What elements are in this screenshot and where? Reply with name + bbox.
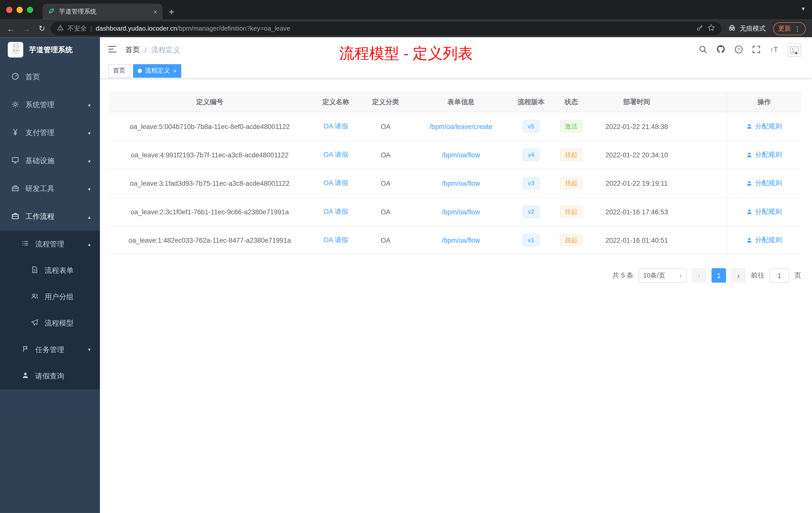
search-icon[interactable] bbox=[698, 45, 707, 56]
back-icon[interactable]: ← bbox=[4, 24, 18, 33]
assign-rule-link[interactable]: 分配规则 bbox=[746, 150, 782, 159]
version-tag: v4 bbox=[522, 149, 539, 161]
sidebar-item-infrastructure[interactable]: 基础设施 ▾ bbox=[0, 147, 100, 175]
browser-tab[interactable]: 芋道管理系统 × bbox=[42, 3, 163, 20]
assign-rule-link[interactable]: 分配规则 bbox=[746, 235, 782, 245]
assign-rule-label: 分配规则 bbox=[755, 122, 782, 131]
annotation-title: 流程模型 - 定义列表 bbox=[339, 43, 473, 64]
page-size-value: 10条/页 bbox=[643, 271, 665, 280]
sidebar-item-user-groups[interactable]: 用户分组 bbox=[0, 283, 100, 310]
definition-name-link[interactable]: OA 请假 bbox=[323, 150, 348, 159]
next-page-button[interactable]: › bbox=[731, 268, 746, 282]
url-separator: | bbox=[90, 25, 92, 32]
caret-down-icon: ▾ bbox=[795, 50, 798, 56]
definition-name-link[interactable]: OA 请假 bbox=[323, 235, 348, 245]
main-content: 首页 / 流程定义 ? TT ▾ 首页 bbox=[100, 37, 812, 513]
prev-page-button[interactable]: ‹ bbox=[692, 268, 706, 282]
font-size-icon[interactable]: TT bbox=[770, 45, 779, 55]
sidebar-item-process-forms[interactable]: 流程表单 bbox=[0, 257, 100, 283]
sidebar-item-leave-query[interactable]: 请假查询 bbox=[0, 363, 100, 389]
cell-definition-name: OA 请假 bbox=[311, 198, 361, 225]
goto-page-input[interactable] bbox=[770, 268, 789, 282]
sidebar-item-home[interactable]: 首页 bbox=[0, 63, 100, 91]
tag-process-definition[interactable]: 流程定义 × bbox=[133, 64, 181, 78]
tab-close-icon[interactable]: × bbox=[153, 8, 157, 15]
cell-actions: 分配规则 bbox=[727, 226, 801, 254]
assign-rule-label: 分配规则 bbox=[755, 207, 782, 216]
status-badge: 挂起 bbox=[560, 234, 583, 246]
sidebar-item-payment[interactable]: 支付管理 ▾ bbox=[0, 119, 100, 147]
zoom-window-button[interactable] bbox=[27, 7, 33, 13]
sidebar-item-process-models[interactable]: 流程模型 bbox=[0, 310, 100, 336]
logo-avatar bbox=[8, 42, 23, 59]
sidebar-item-task-management[interactable]: 任务管理 ▾ bbox=[0, 337, 100, 363]
pagination: 共 5 条 10条/页 ▾ ‹ 1 › 前往 页 bbox=[109, 268, 801, 282]
fullscreen-icon[interactable] bbox=[752, 45, 761, 56]
cell-version: v5 bbox=[512, 113, 551, 140]
bookmark-star-icon[interactable] bbox=[707, 24, 715, 33]
breadcrumb-home[interactable]: 首页 bbox=[125, 46, 140, 55]
password-key-icon[interactable] bbox=[696, 24, 703, 33]
version-tag: v1 bbox=[522, 234, 539, 246]
col-process-version: 流程版本 bbox=[512, 92, 551, 112]
sidebar-item-label: 支付管理 bbox=[25, 128, 55, 138]
tab-search-icon[interactable]: ▾ bbox=[802, 5, 805, 12]
chevron-down-icon: ▾ bbox=[88, 158, 91, 164]
status-badge: 激活 bbox=[560, 120, 583, 133]
tag-home[interactable]: 首页 bbox=[108, 64, 130, 78]
incognito-label: 无痕模式 bbox=[740, 24, 765, 33]
user-menu[interactable]: ▾ bbox=[788, 43, 798, 57]
page-number-button[interactable]: 1 bbox=[712, 268, 726, 282]
sidebar-item-devtools[interactable]: 研发工具 ▾ bbox=[0, 175, 100, 203]
definition-name-link[interactable]: OA 请假 bbox=[323, 207, 348, 216]
form-link[interactable]: /bpm/oa/flow bbox=[442, 179, 480, 187]
definition-name-link[interactable]: OA 请假 bbox=[323, 122, 348, 131]
sidebar-item-label: 流程管理 bbox=[35, 239, 64, 249]
sidebar-item-label: 用户分组 bbox=[45, 292, 74, 301]
form-link[interactable]: /bpm/oa/flow bbox=[442, 208, 480, 216]
table-row: oa_leave:5:004b710b-7b8a-11ec-8ef0-acde4… bbox=[109, 113, 801, 141]
browser-toolbar: ← → ↻ 不安全 | dashboard.yudao.iocoder.cn/b… bbox=[0, 20, 812, 37]
sidebar-logo[interactable]: 芋道管理系统 bbox=[0, 37, 100, 63]
avatar bbox=[788, 43, 801, 57]
update-label: 更新 bbox=[778, 24, 791, 33]
tag-close-icon[interactable]: × bbox=[173, 67, 176, 74]
col-definition-id: 定义编号 bbox=[109, 92, 311, 112]
url-domain: dashboard.yudao.iocoder.cn bbox=[96, 25, 177, 32]
assign-rule-link[interactable]: 分配规则 bbox=[746, 122, 782, 131]
sidebar-item-label: 基础设施 bbox=[25, 156, 55, 165]
page-size-select[interactable]: 10条/页 ▾ bbox=[638, 268, 687, 282]
svg-text:?: ? bbox=[737, 47, 740, 52]
chevron-up-icon: ▴ bbox=[88, 214, 91, 220]
minimize-window-button[interactable] bbox=[17, 7, 23, 13]
version-tag: v5 bbox=[522, 120, 539, 133]
version-tag: v3 bbox=[522, 177, 539, 189]
address-bar[interactable]: 不安全 | dashboard.yudao.iocoder.cn/bpm/man… bbox=[51, 22, 721, 35]
cell-definition-id: oa_leave:3:1fad3d93-7b75-11ec-a3c8-acde4… bbox=[109, 169, 311, 197]
form-link[interactable]: /bpm/oa/leave/create bbox=[429, 122, 492, 130]
help-icon[interactable]: ? bbox=[734, 45, 743, 56]
reload-icon[interactable]: ↻ bbox=[35, 24, 49, 33]
sidebar-item-workflow[interactable]: 工作流程 ▴ bbox=[0, 203, 100, 231]
table-row: oa_leave:2:3c1f0ef1-76b1-11ec-9c66-a2380… bbox=[109, 198, 801, 226]
col-deploy-time: 部署时间 bbox=[592, 92, 682, 112]
cell-version: v3 bbox=[512, 169, 551, 197]
sidebar-item-process-management[interactable]: 流程管理 ▴ bbox=[0, 231, 100, 257]
assign-rule-link[interactable]: 分配规则 bbox=[746, 207, 782, 216]
forward-icon[interactable]: → bbox=[20, 24, 33, 33]
sidebar-item-label: 流程模型 bbox=[45, 319, 74, 328]
browser-menu-icon[interactable]: ⋮ bbox=[794, 25, 801, 32]
sidebar-toggle-icon[interactable] bbox=[108, 45, 117, 55]
new-tab-button[interactable]: + bbox=[169, 7, 174, 17]
github-icon[interactable] bbox=[716, 44, 725, 56]
form-link[interactable]: /bpm/oa/flow bbox=[442, 151, 480, 159]
form-link[interactable]: /bpm/oa/flow bbox=[442, 236, 480, 244]
cell-actions: 分配规则 bbox=[727, 198, 801, 225]
gear-icon bbox=[11, 100, 19, 110]
sidebar-item-system[interactable]: 系统管理 ▾ bbox=[0, 91, 100, 119]
assign-rule-link[interactable]: 分配规则 bbox=[746, 179, 782, 188]
definition-name-link[interactable]: OA 请假 bbox=[323, 179, 348, 188]
update-button[interactable]: 更新 ⋮ bbox=[773, 22, 806, 35]
cell-form-info: /bpm/oa/leave/create bbox=[410, 113, 512, 140]
close-window-button[interactable] bbox=[6, 7, 12, 13]
